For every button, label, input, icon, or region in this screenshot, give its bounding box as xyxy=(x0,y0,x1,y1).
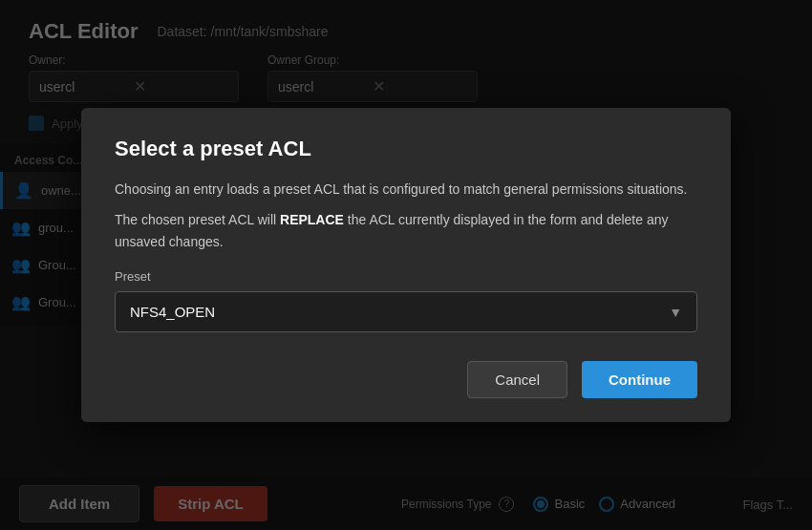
chevron-down-icon: ▼ xyxy=(669,305,682,320)
modal-overlay: Select a preset ACL Choosing an entry lo… xyxy=(0,0,812,530)
modal-text-2-bold: REPLACE xyxy=(280,212,344,227)
cancel-button[interactable]: Cancel xyxy=(467,361,567,398)
preset-select[interactable]: NFS4_OPEN ▼ xyxy=(115,291,697,332)
modal-text-1: Choosing an entry loads a preset ACL tha… xyxy=(115,179,697,200)
preset-selected-value: NFS4_OPEN xyxy=(130,304,215,320)
preset-label: Preset xyxy=(115,269,697,284)
modal-text-2: The chosen preset ACL will REPLACE the A… xyxy=(115,209,697,252)
modal-title: Select a preset ACL xyxy=(115,137,697,161)
continue-button[interactable]: Continue xyxy=(582,361,697,398)
modal-actions: Cancel Continue xyxy=(115,361,697,398)
select-preset-modal: Select a preset ACL Choosing an entry lo… xyxy=(81,108,731,422)
modal-text-2-prefix: The chosen preset ACL will xyxy=(115,212,280,227)
